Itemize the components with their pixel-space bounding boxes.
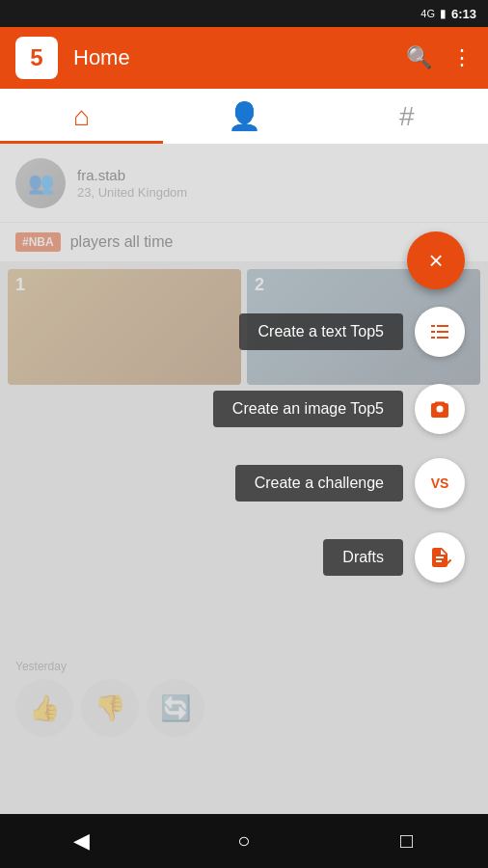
- home-button[interactable]: ○: [220, 817, 268, 865]
- back-icon: ◀: [73, 828, 90, 854]
- svg-rect-2: [431, 331, 435, 333]
- close-icon: ×: [428, 246, 443, 276]
- svg-rect-5: [437, 337, 448, 339]
- hashtag-tab-icon: #: [399, 101, 415, 132]
- list-icon: [428, 320, 451, 343]
- circle-icon: ○: [237, 828, 250, 854]
- status-bar: 4G ▮ 6:13: [0, 0, 488, 27]
- drafts-button[interactable]: [415, 532, 465, 583]
- svg-rect-0: [431, 325, 435, 327]
- battery-icon: ▮: [440, 7, 447, 20]
- home-tab-icon: ⌂: [73, 101, 90, 132]
- text-top5-button[interactable]: [415, 307, 465, 357]
- app-logo: 5: [15, 37, 58, 79]
- tab-hashtag[interactable]: #: [325, 89, 488, 144]
- fab-item-challenge: Create a challenge VS: [235, 458, 465, 508]
- fab-item-text-top5: Create a text Top5: [239, 307, 465, 357]
- challenge-button[interactable]: VS: [415, 458, 465, 508]
- svg-rect-4: [431, 337, 435, 339]
- tab-profile[interactable]: 👤: [163, 89, 326, 144]
- challenge-label[interactable]: Create a challenge: [235, 465, 403, 502]
- more-options-icon[interactable]: ⋮: [451, 45, 473, 70]
- tab-bar: ⌂ 👤 #: [0, 89, 488, 145]
- search-icon[interactable]: 🔍: [406, 45, 432, 70]
- fab-item-drafts: Drafts: [323, 532, 465, 583]
- svg-rect-1: [437, 325, 448, 327]
- vs-text: VS: [431, 475, 449, 491]
- fab-close-button[interactable]: ×: [407, 231, 465, 289]
- main-content: 👥 fra.stab 23, United Kingdom #NBA playe…: [0, 145, 488, 814]
- camera-icon: [428, 397, 451, 420]
- svg-rect-3: [437, 331, 448, 333]
- back-button[interactable]: ◀: [57, 817, 105, 865]
- app-bar: 5 Home 🔍 ⋮: [0, 27, 488, 89]
- image-top5-label[interactable]: Create an image Top5: [213, 391, 403, 427]
- app-bar-actions: 🔍 ⋮: [406, 45, 473, 70]
- text-top5-label[interactable]: Create a text Top5: [239, 313, 403, 350]
- bottom-nav: ◀ ○ □: [0, 814, 488, 868]
- drafts-label[interactable]: Drafts: [323, 539, 403, 576]
- app-logo-text: 5: [30, 44, 42, 71]
- fab-item-image-top5: Create an image Top5: [213, 384, 465, 434]
- image-top5-button[interactable]: [415, 384, 465, 434]
- network-icon: 4G: [420, 8, 435, 19]
- recents-button[interactable]: □: [383, 817, 431, 865]
- profile-tab-icon: 👤: [228, 100, 261, 132]
- status-time: 6:13: [451, 7, 476, 21]
- tab-home[interactable]: ⌂: [0, 89, 163, 144]
- app-title: Home: [73, 45, 391, 70]
- square-icon: □: [400, 828, 413, 854]
- draft-icon: [428, 546, 451, 569]
